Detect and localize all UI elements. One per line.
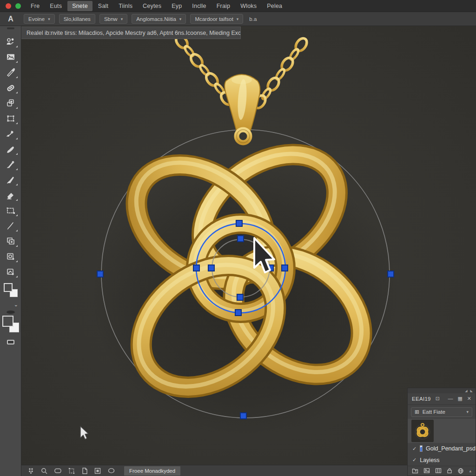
pen-icon[interactable] — [3, 65, 19, 80]
ink-pen-icon[interactable] — [3, 157, 19, 172]
close-icon[interactable]: ✕ — [467, 396, 471, 401]
menu-edit[interactable]: Euts — [45, 1, 66, 11]
menu-image[interactable]: Snete — [67, 1, 93, 11]
panel-tab-layers[interactable]: EEAI19 — [412, 396, 431, 402]
transform-icon[interactable] — [3, 111, 19, 126]
copy-layers-icon[interactable] — [3, 95, 19, 111]
zoom-icon[interactable] — [40, 467, 48, 475]
target-dropdown[interactable]: Mcardoor taifsot ▾ — [190, 14, 243, 24]
page-icon[interactable] — [81, 467, 88, 475]
tool-options-bar: A Evoine ▾ Slo,killanes Sbnw ▾ Anglomacs… — [0, 12, 476, 26]
layers-icon[interactable] — [3, 233, 19, 249]
layer-style-icon[interactable] — [3, 264, 19, 279]
foreground-color-swatch[interactable] — [2, 316, 13, 327]
menu-window[interactable]: Wloks — [236, 1, 261, 11]
blend-mode-dropdown[interactable]: ⊞ Eatt Fiate ▾ — [411, 407, 472, 417]
selection-handle[interactable] — [208, 265, 214, 271]
chevron-up-icon[interactable]: ▴ — [469, 469, 471, 473]
globe-icon[interactable] — [457, 468, 464, 474]
tool-hint-text: Realel ib:nvite tirss: Milacdios, Apcide… — [26, 30, 241, 36]
layer-thumbnail[interactable] — [411, 420, 434, 442]
grid-icon[interactable]: ▦ — [457, 396, 462, 401]
selection-handle[interactable] — [97, 271, 103, 277]
close-window-icon[interactable] — [6, 3, 11, 9]
brush-icon[interactable] — [3, 141, 19, 157]
minimize-icon[interactable]: — — [448, 396, 453, 401]
selection-handle[interactable] — [193, 265, 199, 271]
lock-icon[interactable] — [447, 468, 452, 474]
visibility-check-icon[interactable]: ✓ — [412, 457, 416, 463]
selection-handle[interactable] — [237, 294, 243, 300]
fine-brush-icon[interactable] — [3, 218, 19, 233]
selection-handle[interactable] — [238, 236, 244, 242]
selection-handle[interactable] — [388, 271, 394, 277]
visibility-check-icon[interactable]: ✓ — [412, 446, 416, 452]
users-icon[interactable] — [3, 34, 19, 49]
panel-collapse-icon[interactable]: ◣ — [470, 389, 473, 392]
menu-bar: Fre Euts Snete Salt Tiinls Ceytes Eyp In… — [0, 0, 476, 12]
target-dropdown-label: Mcardoor taifsot — [195, 16, 233, 22]
eraser-icon[interactable] — [3, 187, 19, 203]
columns-icon[interactable] — [435, 468, 442, 474]
menu-help[interactable]: Pelea — [262, 1, 287, 11]
free-transform-icon[interactable] — [68, 467, 75, 475]
toolbar-grip[interactable] — [7, 27, 14, 29]
ellipse-tool-icon[interactable] — [107, 467, 115, 474]
chevron-down-icon: ▾ — [179, 17, 182, 21]
style-dropdown[interactable]: Anglomacs.Niitia ▾ — [132, 14, 186, 24]
panel-top-strip: ◢ ◣ — [408, 388, 476, 393]
options-button-label: Slo,killanes — [64, 16, 91, 22]
photo-editor-window: Fre Euts Snete Salt Tiinls Ceytes Eyp In… — [0, 0, 476, 476]
rounded-rect-tool-icon[interactable] — [54, 467, 62, 474]
layer-name: Gold_Pendant_psd — [426, 445, 476, 452]
selection-handle[interactable] — [282, 265, 288, 271]
panel-collapse-icon[interactable]: ◢ — [465, 389, 467, 392]
preset-dropdown-label: Evoine — [28, 16, 45, 22]
layer-mask-icon[interactable] — [3, 249, 19, 264]
knife-icon[interactable] — [3, 172, 19, 187]
tool-hint-bar: Realel ib:nvite tirss: Milacdios, Apcide… — [21, 26, 241, 39]
mode-dropdown-label: Sbnw — [104, 16, 118, 22]
marquee-icon[interactable] — [3, 203, 19, 218]
selection-handle[interactable] — [240, 413, 246, 419]
layer-preview-row[interactable] — [408, 419, 476, 443]
angled-pen-icon[interactable] — [3, 126, 19, 141]
secondary-swatches[interactable] — [2, 316, 19, 332]
grid-icon: ⊞ — [415, 409, 419, 415]
image-icon[interactable] — [3, 49, 19, 65]
artboard-icon[interactable] — [94, 467, 101, 475]
new-folder-icon[interactable] — [412, 468, 418, 474]
menu-view[interactable]: Fraip — [212, 1, 235, 11]
menu-layer[interactable]: Salt — [93, 1, 113, 11]
layer-row-layers[interactable]: ✓ Layiess — [408, 455, 476, 466]
active-tool-icon: A — [5, 15, 17, 23]
panel-thumb-icon[interactable]: ⊡ — [436, 396, 440, 401]
layer-row-document[interactable]: ✓ Gold_Pendant_psd — [408, 443, 476, 454]
preset-dropdown[interactable]: Evoine ▾ — [24, 14, 55, 24]
foreground-color-swatch[interactable] — [4, 283, 13, 292]
selection-handle[interactable] — [235, 310, 241, 316]
chain-link-icon[interactable] — [3, 80, 19, 95]
quick-mask-icon[interactable] — [7, 340, 14, 344]
blend-mode-label: Eatt Fiate — [423, 409, 445, 415]
chevron-down-icon: ▾ — [121, 17, 123, 21]
chevron-down-icon[interactable]: ⌄ — [14, 302, 18, 308]
foreground-background-swatches[interactable] — [4, 283, 18, 297]
chevron-down-icon: ▾ — [466, 410, 469, 414]
tools-sidebar: ⌄ — [0, 26, 21, 476]
selection-handle[interactable] — [236, 220, 242, 226]
mode-dropdown[interactable]: Sbnw ▾ — [99, 14, 127, 24]
zoom-window-icon[interactable] — [15, 3, 21, 9]
layer-mini-thumbnail — [420, 445, 423, 452]
image-icon[interactable] — [423, 468, 430, 474]
panel-header: EEAI19 ⊡ — ▦ ✕ — [408, 393, 476, 405]
menu-include[interactable]: Inclle — [187, 1, 211, 11]
options-button[interactable]: Slo,killanes — [59, 14, 95, 24]
menu-select[interactable]: Ceytes — [138, 1, 166, 11]
menu-file[interactable]: Fre — [26, 1, 44, 11]
menu-type[interactable]: Tiinls — [114, 1, 137, 11]
menu-filter[interactable]: Eyp — [167, 1, 186, 11]
chevron-down-icon: ▾ — [48, 17, 50, 21]
active-tool-status-button[interactable]: Froee Monadkyded — [124, 466, 180, 476]
apps-grid-icon[interactable] — [27, 467, 34, 474]
